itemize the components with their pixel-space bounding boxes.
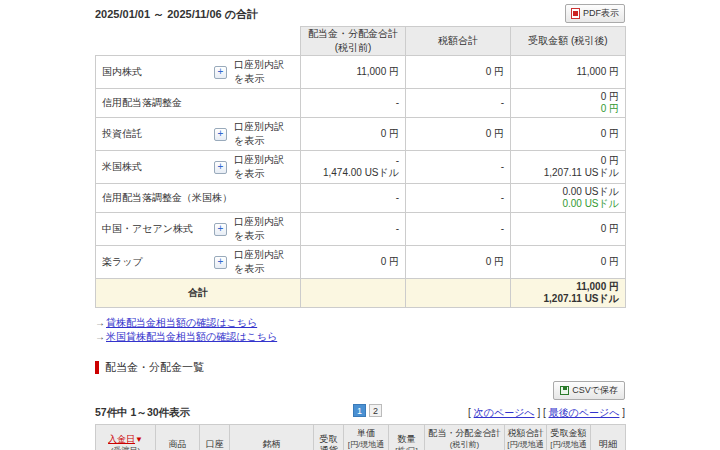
tax-cell: 0 円: [406, 246, 511, 279]
header-received: 受取金額 [円/現地通貨]: [547, 425, 591, 450]
sort-desc-icon: ▼: [135, 435, 143, 444]
account-breakdown-link[interactable]: 口座別内訳を表示: [234, 120, 294, 148]
summary-row-us-margin-adjustment: 信用配当落調整金（米国株） - - 0.00 USドル0.00 USドル: [96, 184, 626, 213]
section-marker: [95, 361, 99, 374]
last-page-link[interactable]: 最後のページへ: [549, 407, 620, 418]
expand-account-breakdown-button[interactable]: +: [214, 66, 227, 79]
page-nav-links: [ 次のページへ ] [ 最後のページへ ]: [468, 406, 625, 420]
category-label: 米国株式: [102, 160, 214, 174]
header-name: 銘柄: [230, 425, 314, 450]
header-detail: 明細: [591, 425, 626, 450]
detail-header-row: 入金日▼ (受渡日) 商品 口座 銘柄 受取 通貨 単価 [円/現地通貨] 数量…: [96, 425, 626, 450]
page-button-2[interactable]: 2: [369, 404, 382, 417]
pretax-cell: 0 円: [301, 118, 406, 151]
account-breakdown-link[interactable]: 口座別内訳を表示: [234, 248, 294, 276]
received-cell: 0 円1,207.11 USドル: [511, 151, 626, 184]
summary-row-investment-trust: 投資信託 + 口座別内訳を表示 0 円 0 円 0 円: [96, 118, 626, 151]
category-label: 楽ラップ: [102, 255, 214, 269]
pagination: 1 2: [353, 404, 382, 417]
category-label: 投資信託: [102, 127, 214, 141]
category-cell: 米国株式 + 口座別内訳を表示: [96, 151, 301, 184]
csv-save-button[interactable]: CSVで保存: [553, 381, 625, 400]
summary-header-pretax: 配当金・分配金合計 (税引前): [301, 27, 406, 56]
section-title: 配当金・分配金一覧: [105, 360, 204, 375]
total-received-cell: 11,000 円1,207.11 USドル: [511, 279, 626, 308]
dividend-list-table: 入金日▼ (受渡日) 商品 口座 銘柄 受取 通貨 単価 [円/現地通貨] 数量…: [95, 424, 626, 450]
total-pretax-cell: [301, 279, 406, 308]
arrow-icon: →: [95, 317, 105, 328]
account-breakdown-link[interactable]: 口座別内訳を表示: [234, 215, 294, 243]
tax-cell: -: [406, 89, 511, 118]
header-deposit-date: 入金日▼ (受渡日): [96, 425, 156, 450]
summary-header-tax: 税額合計: [406, 27, 511, 56]
pdf-button-label: PDF表示: [583, 7, 619, 20]
category-label: 中国・アセアン株式: [102, 222, 214, 236]
bracket: ]: [537, 407, 540, 418]
category-cell: 投資信託 + 口座別内訳を表示: [96, 118, 301, 151]
category-cell: 信用配当落調整金: [96, 89, 301, 118]
summary-row-domestic-stock: 国内株式 + 口座別内訳を表示 11,000 円 0 円 11,000 円: [96, 56, 626, 89]
lending-dividend-link[interactable]: 貸株配当金相当額の確認はこちら: [106, 317, 257, 328]
summary-row-margin-adjustment: 信用配当落調整金 - - 0 円0 円: [96, 89, 626, 118]
header-tax-total: 税額合計 [円/現地通貨]: [505, 425, 547, 450]
page-button-1[interactable]: 1: [353, 404, 366, 417]
tax-cell: -: [406, 184, 511, 213]
tax-cell: -: [406, 151, 511, 184]
expand-account-breakdown-button[interactable]: +: [214, 223, 227, 236]
category-label: 国内株式: [102, 65, 214, 79]
tax-cell: -: [406, 213, 511, 246]
summary-header-empty: [96, 27, 301, 56]
list-controls: 57件中 1～30件表示 1 2 [ 次のページへ ] [ 最後のページへ ]: [95, 404, 625, 420]
pdf-display-button[interactable]: PDF表示: [565, 4, 625, 23]
csv-toolbar: CSVで保存: [95, 381, 625, 400]
us-lending-dividend-link[interactable]: 米国貸株配当金相当額の確認はこちら: [106, 331, 277, 342]
pretax-cell: -1,474.00 USドル: [301, 151, 406, 184]
pretax-cell: 0 円: [301, 246, 406, 279]
csv-button-label: CSVで保存: [572, 384, 618, 397]
account-breakdown-link[interactable]: 口座別内訳を表示: [234, 153, 294, 181]
header-product: 商品: [156, 425, 200, 450]
tax-cell: 0 円: [406, 56, 511, 89]
summary-total-row: 合計 11,000 円1,207.11 USドル: [96, 279, 626, 308]
account-breakdown-link[interactable]: 口座別内訳を表示: [234, 58, 294, 86]
total-label: 合計: [96, 279, 301, 308]
received-cell: 0.00 USドル0.00 USドル: [511, 184, 626, 213]
summary-row-china-asean-stock: 中国・アセアン株式 + 口座別内訳を表示 - - 0 円: [96, 213, 626, 246]
tax-cell: 0 円: [406, 118, 511, 151]
summary-row-rakuwrap: 楽ラップ + 口座別内訳を表示 0 円 0 円 0 円: [96, 246, 626, 279]
confirmation-links: →貸株配当金相当額の確認はこちら →米国貸株配当金相当額の確認はこちら: [95, 316, 625, 344]
result-count: 57件中 1～30件表示: [95, 406, 190, 420]
pretax-cell: 11,000 円: [301, 56, 406, 89]
pretax-cell: -: [301, 213, 406, 246]
deposit-date-sort-link[interactable]: 入金日: [108, 434, 135, 444]
summary-table: 配当金・分配金合計 (税引前) 税額合計 受取金額 (税引後) 国内株式 + 口…: [95, 26, 626, 308]
received-cell: 0 円: [511, 118, 626, 151]
next-page-link[interactable]: 次のページへ: [474, 407, 535, 418]
header-quantity: 数量 [株/口]: [389, 425, 425, 450]
category-cell: 信用配当落調整金（米国株）: [96, 184, 301, 213]
total-tax-cell: [406, 279, 511, 308]
main-content: 2025/01/01 ～ 2025/11/06 の合計 PDF表示 配当金・分配…: [95, 0, 625, 450]
pretax-cell: -: [301, 89, 406, 118]
received-cell: 0 円: [511, 213, 626, 246]
category-label: 信用配当落調整金: [102, 96, 214, 110]
bracket: [: [468, 407, 471, 418]
header-settlement-date: (受渡日): [97, 445, 154, 450]
period-title: 2025/01/01 ～ 2025/11/06 の合計: [95, 4, 258, 22]
summary-header-received: 受取金額 (税引後): [511, 27, 626, 56]
section-header: 配当金・分配金一覧: [95, 360, 625, 375]
header-currency: 受取 通貨: [314, 425, 344, 450]
expand-account-breakdown-button[interactable]: +: [214, 256, 227, 269]
received-cell: 11,000 円: [511, 56, 626, 89]
pdf-icon: [571, 8, 580, 19]
expand-account-breakdown-button[interactable]: +: [214, 128, 227, 141]
expand-account-breakdown-button[interactable]: +: [214, 161, 227, 174]
category-label: 信用配当落調整金（米国株）: [102, 191, 232, 205]
bracket: [: [543, 407, 546, 418]
category-cell: 楽ラップ + 口座別内訳を表示: [96, 246, 301, 279]
arrow-icon: →: [95, 331, 105, 342]
summary-row-us-stock: 米国株式 + 口座別内訳を表示 -1,474.00 USドル - 0 円1,20…: [96, 151, 626, 184]
category-cell: 国内株式 + 口座別内訳を表示: [96, 56, 301, 89]
received-cell: 0 円: [511, 246, 626, 279]
summary-header-row: 配当金・分配金合計 (税引前) 税額合計 受取金額 (税引後): [96, 27, 626, 56]
